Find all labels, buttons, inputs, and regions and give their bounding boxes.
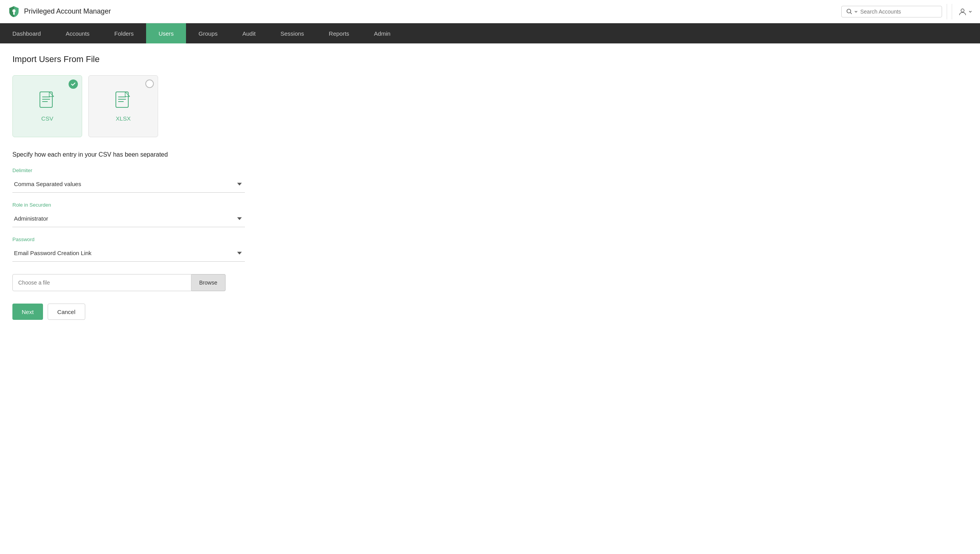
cancel-button[interactable]: Cancel [48,304,85,320]
search-input[interactable] [860,9,937,15]
password-select[interactable]: Email Password Creation Link Auto Genera… [12,245,245,262]
nav-item-admin[interactable]: Admin [362,23,403,43]
csv-card[interactable]: CSV [12,75,82,137]
chevron-down-icon [968,10,972,14]
search-icon-button[interactable] [846,9,858,15]
search-icon [846,9,853,15]
nav-item-users[interactable]: Users [146,23,186,43]
main-content: Import Users From File CSV [0,43,271,331]
nav-item-reports[interactable]: Reports [317,23,362,43]
page-title: Import Users From File [12,54,259,64]
header-divider [947,4,947,19]
role-group: Role in Securden Administrator User Audi… [12,202,259,227]
nav-item-folders[interactable]: Folders [102,23,146,43]
delimiter-label: Delimiter [12,167,259,173]
delimiter-select[interactable]: Comma Separated values Tab Separated val… [12,176,245,193]
user-icon-button[interactable] [952,4,972,19]
xlsx-label: XLSX [116,115,131,122]
csv-label: CSV [41,115,53,122]
app-logo-icon [8,5,20,18]
nav-item-audit[interactable]: Audit [230,23,268,43]
user-icon [958,7,967,16]
file-type-cards: CSV XLSX [12,75,259,137]
svg-point-2 [847,9,851,13]
nav-item-dashboard[interactable]: Dashboard [0,23,53,43]
role-select-wrapper: Administrator User Auditor [12,210,245,227]
nav-item-groups[interactable]: Groups [186,23,230,43]
search-area[interactable] [841,6,942,17]
password-label: Password [12,236,259,242]
nav-item-accounts[interactable]: Accounts [53,23,102,43]
role-select[interactable]: Administrator User Auditor [12,210,245,227]
action-buttons: Next Cancel [12,304,259,320]
logo-area: Privileged Account Manager [8,5,111,18]
role-label: Role in Securden [12,202,259,208]
password-select-wrapper: Email Password Creation Link Auto Genera… [12,245,245,262]
check-badge [69,79,78,89]
delimiter-select-wrapper: Comma Separated values Tab Separated val… [12,176,245,193]
nav-bar: Dashboard Accounts Folders Users Groups … [0,23,980,43]
csv-file-icon [39,91,55,110]
browse-button[interactable]: Browse [191,274,226,291]
svg-point-0 [12,9,16,12]
svg-line-3 [851,12,852,14]
app-title: Privileged Account Manager [24,7,111,16]
radio-badge [145,79,154,88]
password-group: Password Email Password Creation Link Au… [12,236,259,262]
file-input-area: Browse [12,274,259,291]
file-path-input[interactable] [12,274,191,291]
xlsx-card[interactable]: XLSX [88,75,158,137]
chevron-down-icon [854,10,858,14]
next-button[interactable]: Next [12,304,43,320]
svg-rect-1 [13,12,15,15]
section-subtitle: Specify how each entry in your CSV has b… [12,151,259,158]
xlsx-file-icon [115,91,131,110]
nav-item-sessions[interactable]: Sessions [268,23,317,43]
header-right [841,4,972,19]
delimiter-group: Delimiter Comma Separated values Tab Sep… [12,167,259,193]
svg-point-4 [961,9,964,12]
header: Privileged Account Manager [0,0,980,23]
